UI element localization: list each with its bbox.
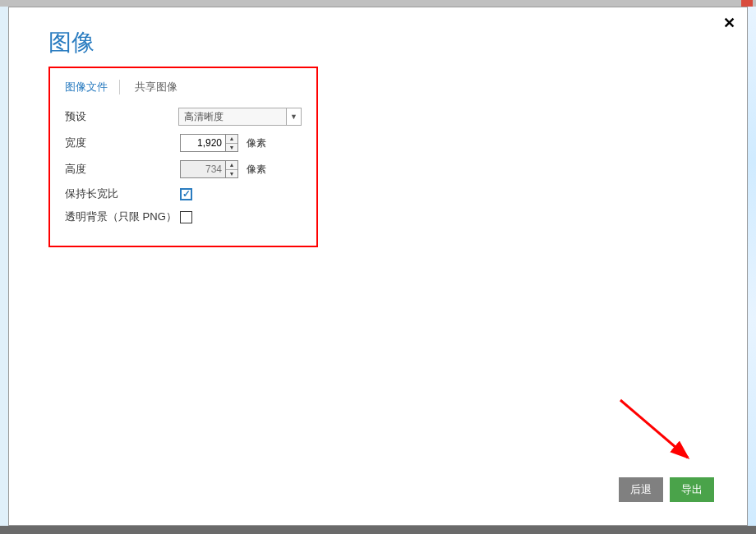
export-button[interactable]: 导出 [670,477,714,502]
close-button[interactable]: ✕ [723,16,735,30]
left-background-stripe [0,7,8,526]
tab-share-image[interactable]: 共享图像 [135,80,189,94]
width-unit: 像素 [247,136,266,150]
svg-line-0 [620,400,688,458]
preset-value: 高清晰度 [178,108,287,126]
tab-strip: 图像文件 共享图像 [65,80,302,94]
preset-select[interactable]: 高清晰度 ▼ [178,108,302,126]
dialog-button-bar: 后退 导出 [619,477,714,502]
dialog-title: 图像 [48,27,94,58]
bottom-statusbar [0,526,756,534]
height-stepper[interactable]: ▲ ▼ [226,160,238,178]
width-input[interactable] [180,134,226,152]
export-image-dialog: ✕ 图像 图像文件 共享图像 预设 高清晰度 ▼ 宽度 ▲ ▼ 像素 [8,7,748,526]
height-label: 高度 [65,162,180,177]
width-step-down-icon[interactable]: ▼ [226,144,237,152]
arrow-annotation-icon [614,394,712,476]
window-titlebar [0,0,756,7]
titlebar-red-marker [741,0,753,7]
width-step-up-icon[interactable]: ▲ [226,135,237,144]
row-height: 高度 ▲ ▼ 像素 [65,160,302,178]
tab-image-file[interactable]: 图像文件 [65,80,120,94]
keep-aspect-label: 保持长宽比 [65,186,180,201]
row-transparent-bg: 透明背景（只限 PNG） [65,209,302,224]
preset-label: 预设 [65,109,178,124]
row-preset: 预设 高清晰度 ▼ [65,108,302,126]
width-label: 宽度 [65,136,180,150]
transparent-bg-checkbox[interactable] [180,211,192,223]
row-keep-aspect: 保持长宽比 [65,186,302,201]
height-step-up-icon[interactable]: ▲ [226,161,237,170]
row-width: 宽度 ▲ ▼ 像素 [65,134,302,152]
height-unit: 像素 [247,163,266,177]
height-step-down-icon[interactable]: ▼ [226,170,237,178]
settings-highlight-box: 图像文件 共享图像 预设 高清晰度 ▼ 宽度 ▲ ▼ 像素 高度 [48,67,318,247]
height-input[interactable] [180,160,226,178]
width-stepper[interactable]: ▲ ▼ [226,134,238,152]
keep-aspect-checkbox[interactable] [180,188,192,200]
back-button[interactable]: 后退 [619,477,663,502]
transparent-bg-label: 透明背景（只限 PNG） [65,209,180,224]
chevron-down-icon[interactable]: ▼ [287,108,302,126]
right-background-stripe [748,7,756,526]
